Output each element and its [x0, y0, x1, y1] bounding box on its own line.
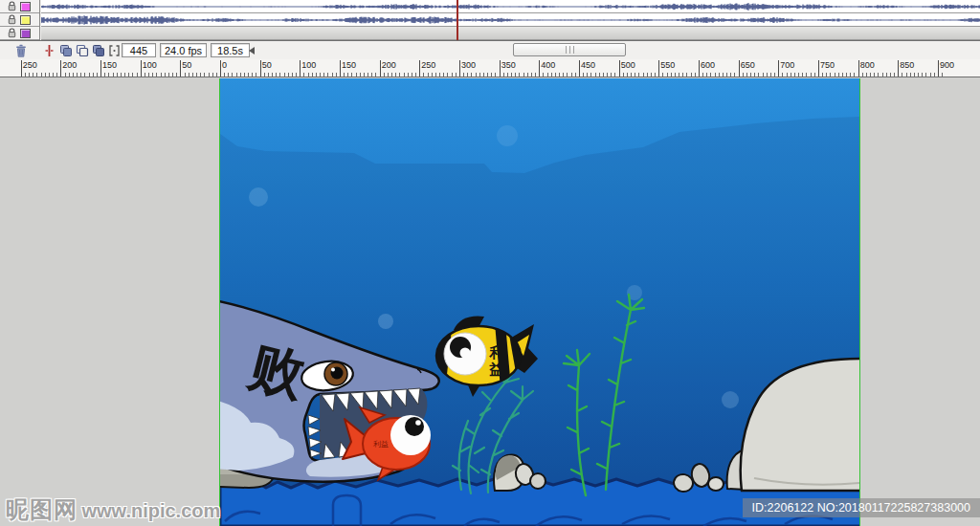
layer-row-2[interactable]: [0, 13, 39, 27]
modify-onion-markers-icon: [108, 44, 121, 57]
yellow-fish-text-top: 利: [489, 344, 504, 362]
stage-canvas[interactable]: 败 利益: [219, 78, 860, 526]
underwater-scene: 败 利益: [220, 78, 860, 526]
timeline-panel: 445 24.0 fps 18.5s: [0, 0, 980, 59]
audio-waveform: [41, 13, 980, 27]
layer-row-3[interactable]: [0, 27, 39, 40]
layer-color-swatch[interactable]: [20, 15, 31, 25]
scrollbar-left-arrow-icon[interactable]: [249, 47, 255, 55]
empty-track-3[interactable]: [41, 27, 980, 40]
audio-waveform: [41, 0, 980, 13]
timeline-tracks: [41, 0, 980, 40]
audio-track-1[interactable]: [41, 0, 980, 13]
lock-icon[interactable]: [7, 28, 17, 38]
onion-skin-outlines-icon: [76, 44, 89, 57]
timeline-toolbar: 445 24.0 fps 18.5s: [0, 40, 980, 59]
lock-icon[interactable]: [7, 1, 17, 11]
onion-skin-button[interactable]: [58, 44, 73, 57]
frame-rate-field[interactable]: 24.0 fps: [160, 43, 207, 57]
scrollbar-grip-icon: [566, 46, 574, 54]
pasteboard[interactable]: 败 利益: [0, 78, 980, 526]
lock-icon[interactable]: [7, 14, 17, 25]
yellow-fish-pupil-glint: [460, 348, 471, 359]
horizontal-ruler[interactable]: 2502001501005005010015020025030035040045…: [0, 59, 980, 77]
red-fish-text-label: 利益: [373, 440, 389, 449]
yellow-fish-text-bottom: 益: [489, 361, 504, 378]
current-frame-field[interactable]: 445: [122, 43, 156, 57]
edit-multiple-frames-icon: [92, 44, 105, 57]
layer-controls-column: [0, 0, 40, 40]
center-frame-icon: [43, 44, 56, 57]
red-fish-eye-glint: [415, 420, 421, 426]
watermark-site-url: www.nipic.com: [81, 500, 220, 521]
center-frame-button[interactable]: [42, 44, 56, 57]
onion-skin-icon: [59, 44, 73, 57]
watermark-site-name: 昵图网: [6, 496, 78, 522]
layer-color-swatch[interactable]: [20, 2, 31, 11]
modify-onion-markers-button[interactable]: [107, 44, 122, 57]
playhead-line[interactable]: [457, 0, 458, 41]
onion-skin-outlines-button[interactable]: [75, 44, 89, 57]
trash-icon[interactable]: [14, 44, 28, 57]
image-id-badge: ID:2206122 NO:20180117225827383000: [743, 498, 980, 517]
edit-multiple-frames-button[interactable]: [91, 44, 105, 57]
flash-editor-window: 445 24.0 fps 18.5s 250200150100500501001…: [0, 0, 980, 526]
layer-row-1[interactable]: [0, 0, 39, 13]
elapsed-time-field[interactable]: 18.5s: [211, 43, 250, 57]
layer-color-swatch[interactable]: [20, 29, 31, 38]
audio-track-2[interactable]: [41, 13, 980, 27]
red-fish-pupil: [405, 417, 424, 436]
watermark: 昵图网 www.nipic.com: [6, 494, 220, 525]
timeline-scrollbar-thumb[interactable]: [513, 43, 626, 56]
